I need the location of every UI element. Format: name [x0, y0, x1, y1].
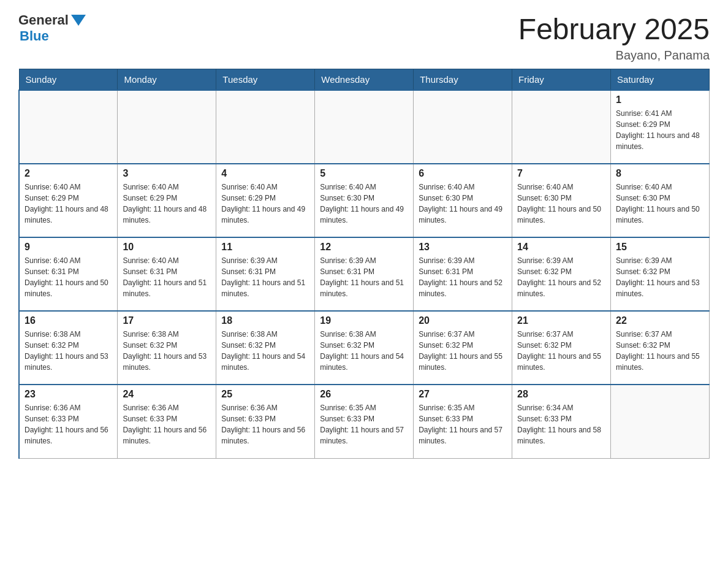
- day-info: Sunrise: 6:40 AMSunset: 6:31 PMDaylight:…: [123, 255, 211, 299]
- day-number: 21: [517, 315, 605, 326]
- day-number: 18: [221, 315, 309, 326]
- day-info: Sunrise: 6:38 AMSunset: 6:32 PMDaylight:…: [320, 329, 408, 373]
- calendar-cell: 26Sunrise: 6:35 AMSunset: 6:33 PMDayligh…: [315, 385, 414, 458]
- day-info: Sunrise: 6:37 AMSunset: 6:32 PMDaylight:…: [517, 329, 605, 373]
- calendar-cell: 7Sunrise: 6:40 AMSunset: 6:30 PMDaylight…: [512, 164, 611, 237]
- day-number: 19: [320, 315, 408, 326]
- calendar-location: Bayano, Panama: [518, 48, 710, 63]
- day-number: 4: [221, 168, 309, 179]
- day-info: Sunrise: 6:37 AMSunset: 6:32 PMDaylight:…: [419, 329, 507, 373]
- day-of-week-header: Sunday: [19, 69, 118, 91]
- day-info: Sunrise: 6:38 AMSunset: 6:32 PMDaylight:…: [221, 329, 309, 373]
- day-number: 28: [517, 389, 605, 400]
- day-info: Sunrise: 6:40 AMSunset: 6:30 PMDaylight:…: [419, 182, 507, 226]
- day-info: Sunrise: 6:36 AMSunset: 6:33 PMDaylight:…: [221, 402, 309, 446]
- day-number: 10: [123, 242, 211, 253]
- calendar-week-row: 2Sunrise: 6:40 AMSunset: 6:29 PMDaylight…: [19, 164, 710, 237]
- day-of-week-header: Tuesday: [216, 69, 315, 91]
- day-number: 6: [419, 168, 507, 179]
- day-info: Sunrise: 6:39 AMSunset: 6:31 PMDaylight:…: [320, 255, 408, 299]
- calendar-cell: [414, 90, 512, 164]
- calendar-cell: 21Sunrise: 6:37 AMSunset: 6:32 PMDayligh…: [512, 311, 611, 385]
- calendar-cell: 11Sunrise: 6:39 AMSunset: 6:31 PMDayligh…: [216, 237, 315, 311]
- day-number: 23: [25, 389, 112, 400]
- day-info: Sunrise: 6:37 AMSunset: 6:32 PMDaylight:…: [616, 329, 704, 373]
- calendar-cell: 9Sunrise: 6:40 AMSunset: 6:31 PMDaylight…: [19, 237, 118, 311]
- calendar-cell: 10Sunrise: 6:40 AMSunset: 6:31 PMDayligh…: [118, 237, 216, 311]
- calendar-cell: 20Sunrise: 6:37 AMSunset: 6:32 PMDayligh…: [414, 311, 512, 385]
- calendar-cell: 22Sunrise: 6:37 AMSunset: 6:32 PMDayligh…: [611, 311, 710, 385]
- calendar-table: SundayMondayTuesdayWednesdayThursdayFrid…: [18, 69, 710, 459]
- day-info: Sunrise: 6:38 AMSunset: 6:32 PMDaylight:…: [123, 329, 211, 373]
- day-info: Sunrise: 6:40 AMSunset: 6:30 PMDaylight:…: [320, 182, 408, 226]
- calendar-cell: 12Sunrise: 6:39 AMSunset: 6:31 PMDayligh…: [315, 237, 414, 311]
- day-info: Sunrise: 6:36 AMSunset: 6:33 PMDaylight:…: [123, 402, 211, 446]
- logo-general-text: General: [18, 12, 69, 28]
- day-number: 15: [616, 242, 704, 253]
- calendar-cell: 24Sunrise: 6:36 AMSunset: 6:33 PMDayligh…: [118, 385, 216, 458]
- day-number: 14: [517, 242, 605, 253]
- calendar-cell: 28Sunrise: 6:34 AMSunset: 6:33 PMDayligh…: [512, 385, 611, 458]
- calendar-cell: 17Sunrise: 6:38 AMSunset: 6:32 PMDayligh…: [118, 311, 216, 385]
- day-of-week-header: Thursday: [414, 69, 512, 91]
- logo: General Blue: [18, 12, 86, 44]
- calendar-cell: [118, 90, 216, 164]
- day-info: Sunrise: 6:39 AMSunset: 6:32 PMDaylight:…: [517, 255, 605, 299]
- calendar-cell: 15Sunrise: 6:39 AMSunset: 6:32 PMDayligh…: [611, 237, 710, 311]
- calendar-cell: 25Sunrise: 6:36 AMSunset: 6:33 PMDayligh…: [216, 385, 315, 458]
- day-info: Sunrise: 6:39 AMSunset: 6:31 PMDaylight:…: [221, 255, 309, 299]
- calendar-cell: 5Sunrise: 6:40 AMSunset: 6:30 PMDaylight…: [315, 164, 414, 237]
- day-info: Sunrise: 6:35 AMSunset: 6:33 PMDaylight:…: [320, 402, 408, 446]
- day-number: 27: [419, 389, 507, 400]
- day-number: 22: [616, 315, 704, 326]
- day-info: Sunrise: 6:40 AMSunset: 6:29 PMDaylight:…: [123, 182, 211, 226]
- day-number: 8: [616, 168, 704, 179]
- calendar-cell: [611, 385, 710, 458]
- day-info: Sunrise: 6:40 AMSunset: 6:29 PMDaylight:…: [25, 182, 112, 226]
- day-number: 26: [320, 389, 408, 400]
- calendar-cell: 14Sunrise: 6:39 AMSunset: 6:32 PMDayligh…: [512, 237, 611, 311]
- calendar-title: February 2025: [518, 12, 710, 46]
- day-number: 13: [419, 242, 507, 253]
- day-info: Sunrise: 6:38 AMSunset: 6:32 PMDaylight:…: [25, 329, 112, 373]
- calendar-week-row: 1Sunrise: 6:41 AMSunset: 6:29 PMDaylight…: [19, 90, 710, 164]
- day-number: 1: [616, 94, 704, 105]
- day-number: 16: [25, 315, 112, 326]
- day-info: Sunrise: 6:40 AMSunset: 6:30 PMDaylight:…: [517, 182, 605, 226]
- day-number: 20: [419, 315, 507, 326]
- day-info: Sunrise: 6:40 AMSunset: 6:30 PMDaylight:…: [616, 182, 704, 226]
- day-number: 7: [517, 168, 605, 179]
- calendar-cell: 13Sunrise: 6:39 AMSunset: 6:31 PMDayligh…: [414, 237, 512, 311]
- day-number: 12: [320, 242, 408, 253]
- calendar-cell: [512, 90, 611, 164]
- day-of-week-header: Friday: [512, 69, 611, 91]
- logo-triangle-icon: [71, 15, 86, 26]
- day-of-week-header: Monday: [118, 69, 216, 91]
- calendar-week-row: 16Sunrise: 6:38 AMSunset: 6:32 PMDayligh…: [19, 311, 710, 385]
- day-info: Sunrise: 6:40 AMSunset: 6:29 PMDaylight:…: [221, 182, 309, 226]
- title-section: February 2025 Bayano, Panama: [518, 12, 710, 63]
- calendar-cell: 3Sunrise: 6:40 AMSunset: 6:29 PMDaylight…: [118, 164, 216, 237]
- day-info: Sunrise: 6:36 AMSunset: 6:33 PMDaylight:…: [25, 402, 112, 446]
- calendar-cell: 2Sunrise: 6:40 AMSunset: 6:29 PMDaylight…: [19, 164, 118, 237]
- day-number: 5: [320, 168, 408, 179]
- day-number: 17: [123, 315, 211, 326]
- day-number: 9: [25, 242, 112, 253]
- calendar-cell: 18Sunrise: 6:38 AMSunset: 6:32 PMDayligh…: [216, 311, 315, 385]
- calendar-cell: [315, 90, 414, 164]
- day-number: 2: [25, 168, 112, 179]
- day-info: Sunrise: 6:35 AMSunset: 6:33 PMDaylight:…: [419, 402, 507, 446]
- day-number: 3: [123, 168, 211, 179]
- day-info: Sunrise: 6:41 AMSunset: 6:29 PMDaylight:…: [616, 108, 704, 152]
- day-of-week-header: Wednesday: [315, 69, 414, 91]
- calendar-cell: [216, 90, 315, 164]
- calendar-cell: 4Sunrise: 6:40 AMSunset: 6:29 PMDaylight…: [216, 164, 315, 237]
- page-header: General Blue February 2025 Bayano, Panam…: [18, 12, 710, 63]
- day-number: 11: [221, 242, 309, 253]
- logo-blue-text: Blue: [20, 28, 49, 44]
- day-info: Sunrise: 6:39 AMSunset: 6:32 PMDaylight:…: [616, 255, 704, 299]
- calendar-week-row: 9Sunrise: 6:40 AMSunset: 6:31 PMDaylight…: [19, 237, 710, 311]
- calendar-cell: 16Sunrise: 6:38 AMSunset: 6:32 PMDayligh…: [19, 311, 118, 385]
- day-info: Sunrise: 6:39 AMSunset: 6:31 PMDaylight:…: [419, 255, 507, 299]
- calendar-cell: 8Sunrise: 6:40 AMSunset: 6:30 PMDaylight…: [611, 164, 710, 237]
